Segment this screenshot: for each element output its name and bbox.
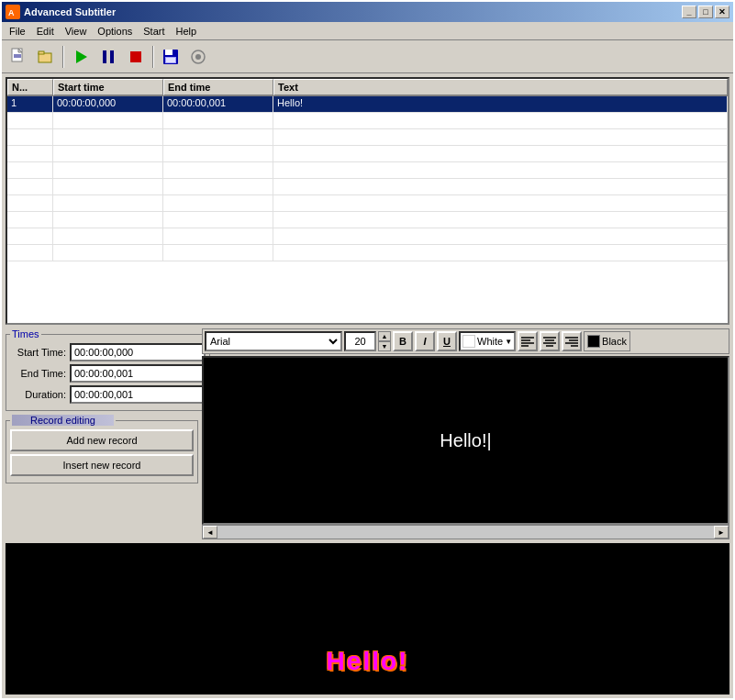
start-time-row: Start Time: xyxy=(10,343,206,361)
menu-file[interactable]: File xyxy=(4,24,31,39)
bottom-panel: Times Start Time: End Time: Duration: xyxy=(6,328,729,539)
main-content: N... Start time End time Text 1 00:00:00… xyxy=(2,73,733,698)
svg-point-17 xyxy=(195,54,201,60)
align-right-button[interactable] xyxy=(562,331,582,351)
table-header: N... Start time End time Text xyxy=(7,79,728,96)
col-header-text: Text xyxy=(273,79,728,95)
menu-start[interactable]: Start xyxy=(138,24,170,39)
editor-text[interactable]: Hello! xyxy=(440,430,486,451)
menu-view[interactable]: View xyxy=(60,24,93,39)
svg-rect-7 xyxy=(39,51,44,54)
right-panel: Arial ▲ ▼ B I U White ▼ xyxy=(202,328,729,539)
add-new-record-button[interactable]: Add new record xyxy=(10,429,194,451)
table-body[interactable]: 1 00:00:00,000 00:00:00,001 Hello! xyxy=(7,96,728,261)
svg-rect-10 xyxy=(110,50,114,63)
new-button[interactable] xyxy=(6,44,31,70)
table-row[interactable] xyxy=(7,146,728,162)
maximize-button[interactable]: □ xyxy=(698,6,713,18)
align-center-button[interactable] xyxy=(540,331,560,351)
title-bar-buttons: _ □ ✕ xyxy=(682,6,729,18)
svg-text:A: A xyxy=(8,8,15,17)
table-row[interactable] xyxy=(7,228,728,245)
scroll-left-button[interactable]: ◄ xyxy=(203,526,217,539)
duration-label: Duration: xyxy=(10,389,70,400)
app-icon: A xyxy=(6,5,20,19)
table-row[interactable] xyxy=(7,113,728,129)
svg-marker-8 xyxy=(76,50,87,63)
table-row[interactable] xyxy=(7,245,728,261)
text-color-label: White xyxy=(477,336,503,347)
times-group: Times Start Time: End Time: Duration: xyxy=(6,328,210,411)
minimize-button[interactable]: _ xyxy=(682,6,696,18)
left-panel: Times Start Time: End Time: Duration: xyxy=(6,328,198,539)
table-cell-text: Hello! xyxy=(273,96,728,112)
text-color-chevron-icon[interactable]: ▼ xyxy=(505,338,512,346)
bg-color-box xyxy=(587,335,600,348)
size-down-button[interactable]: ▼ xyxy=(378,341,391,351)
table-cell-num: 1 xyxy=(7,96,53,112)
title-bar: A Advanced Subtitler _ □ ✕ xyxy=(2,2,733,22)
font-size-input[interactable] xyxy=(344,331,376,351)
start-time-label: Start Time: xyxy=(10,347,70,358)
pause-button[interactable] xyxy=(95,44,121,70)
record-editing-legend: Record editing xyxy=(10,415,116,426)
size-up-button[interactable]: ▲ xyxy=(378,331,391,341)
bold-button[interactable]: B xyxy=(393,331,413,351)
table-row[interactable] xyxy=(7,162,728,179)
svg-rect-9 xyxy=(103,50,106,63)
italic-button[interactable]: I xyxy=(415,331,435,351)
menu-edit[interactable]: Edit xyxy=(31,24,60,39)
main-window: A Advanced Subtitler _ □ ✕ File Edit Vie… xyxy=(0,0,735,700)
start-time-input[interactable] xyxy=(70,343,206,361)
table-cell-end: 00:00:00,001 xyxy=(163,96,273,112)
open-button[interactable] xyxy=(33,44,59,70)
cursor-indicator: | xyxy=(486,430,491,451)
bg-color-label: Black xyxy=(602,336,627,347)
table-row[interactable] xyxy=(7,129,728,146)
align-left-button[interactable] xyxy=(518,331,538,351)
table-row[interactable] xyxy=(7,212,728,228)
times-legend: Times xyxy=(10,328,41,339)
close-button[interactable]: ✕ xyxy=(715,6,729,18)
end-time-row: End Time: xyxy=(10,364,206,383)
duration-row: Duration: xyxy=(10,385,206,404)
svg-rect-13 xyxy=(165,50,173,55)
save-button[interactable] xyxy=(158,44,184,70)
font-selector[interactable]: Arial xyxy=(205,331,342,351)
underline-button[interactable]: U xyxy=(437,331,457,351)
subtitle-table: N... Start time End time Text 1 00:00:00… xyxy=(6,77,729,325)
insert-new-record-button[interactable]: Insert new record xyxy=(10,454,194,476)
subtitle-text-editor[interactable]: Hello! | xyxy=(202,356,729,525)
record-editing-group: Record editing Add new record Insert new… xyxy=(6,415,198,483)
play-button[interactable] xyxy=(68,44,94,70)
duration-input[interactable] xyxy=(70,385,206,404)
col-header-num: N... xyxy=(7,79,53,95)
window-title: Advanced Subtitler xyxy=(24,6,682,17)
extra-button[interactable] xyxy=(185,44,211,70)
record-legend-text: Record editing xyxy=(12,415,114,426)
col-header-start: Start time xyxy=(53,79,163,95)
editor-toolbar: Arial ▲ ▼ B I U White ▼ xyxy=(202,328,729,354)
end-time-label: End Time: xyxy=(10,368,70,379)
table-row[interactable] xyxy=(7,179,728,195)
col-header-end: End time xyxy=(163,79,273,95)
preview-area: Hello! xyxy=(6,543,729,694)
font-size-spinner: ▲ ▼ xyxy=(378,331,391,351)
table-row[interactable]: 1 00:00:00,000 00:00:00,001 Hello! xyxy=(7,96,728,113)
toolbar-sep-2 xyxy=(152,46,154,68)
svg-rect-15 xyxy=(166,58,175,62)
menu-options[interactable]: Options xyxy=(92,24,138,39)
scroll-track[interactable] xyxy=(217,526,714,539)
table-row[interactable] xyxy=(7,195,728,212)
end-time-input[interactable] xyxy=(70,364,206,383)
toolbar xyxy=(2,40,733,73)
bg-color-selector[interactable]: Black xyxy=(584,331,630,351)
menu-help[interactable]: Help xyxy=(171,24,203,39)
scroll-right-button[interactable]: ► xyxy=(714,526,729,539)
text-color-selector[interactable]: White ▼ xyxy=(459,331,516,351)
text-color-box xyxy=(462,335,475,348)
menu-bar: File Edit View Options Start Help xyxy=(2,22,733,40)
stop-button[interactable] xyxy=(123,44,149,70)
editor-scrollbar[interactable]: ◄ ► xyxy=(202,525,729,539)
svg-rect-11 xyxy=(130,51,141,62)
